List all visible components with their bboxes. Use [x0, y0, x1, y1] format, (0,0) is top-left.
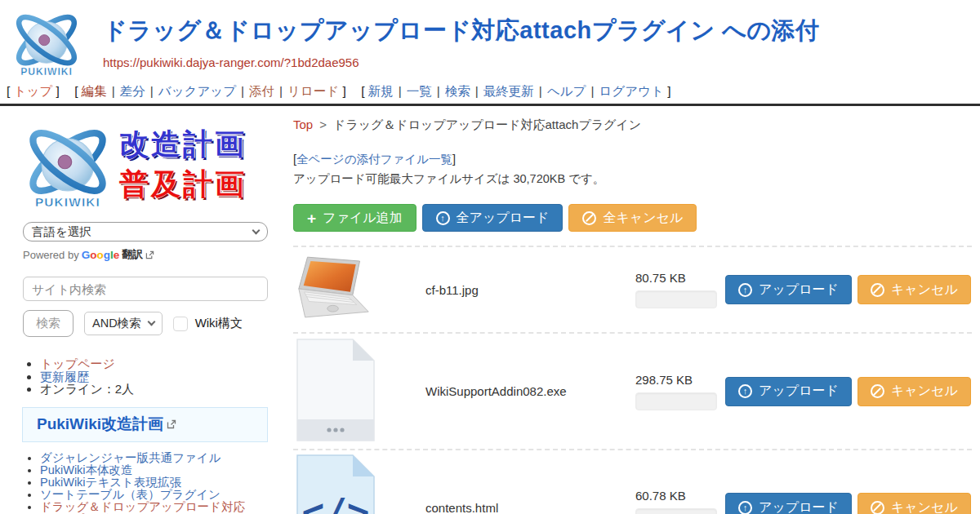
- svg-text:PUKIWIKI: PUKIWIKI: [35, 195, 100, 209]
- online-count: オンライン：2人: [40, 382, 134, 396]
- sidebar-logo: PUKIWIKI 改造計画 普及計画: [20, 119, 268, 210]
- list-item: PukiWiki本体改造: [40, 464, 268, 476]
- upload-button[interactable]: ↑ アップロード: [725, 275, 852, 304]
- quick-links-list: トップページ 更新履歴 オンライン：2人: [40, 357, 268, 396]
- file-row: WikiSupportAddin082.exe 298.75 KB ↑ アップロ…: [293, 332, 972, 449]
- nav-link-attach[interactable]: 添付: [249, 84, 274, 98]
- menu-link-dnd-attach[interactable]: ドラッグ＆ドロップアップロード対応attachプラグイン: [40, 500, 245, 514]
- cancel-button[interactable]: キャンセル: [858, 377, 971, 406]
- chevron-down-icon: [252, 226, 261, 234]
- file-name: cf-b11.jpg: [425, 283, 635, 297]
- nav-link-reload[interactable]: リロード: [287, 84, 339, 98]
- section-title-link[interactable]: PukiWiki改造計画: [37, 414, 163, 435]
- menu-link-sort-table[interactable]: ソートテーブル（表）プラグイン: [40, 488, 220, 501]
- upload-button[interactable]: ↑ アップロード: [725, 377, 852, 406]
- page-url-link[interactable]: https://pukiwiki.dajya-ranger.com/?1bd2d…: [103, 55, 359, 69]
- language-select[interactable]: 言語を選択: [23, 222, 268, 241]
- upload-circle-icon: ↑: [738, 501, 752, 514]
- search-input[interactable]: [23, 277, 268, 301]
- ban-circle-icon: [871, 384, 884, 398]
- cancel-button[interactable]: キャンセル: [858, 493, 971, 514]
- main-content: Top>ドラッグ＆ドロップアップロード対応attachプラグイン [全ページの添…: [282, 106, 980, 514]
- nav-link-logout[interactable]: ログアウト: [599, 84, 664, 98]
- breadcrumb: Top>ドラッグ＆ドロップアップロード対応attachプラグイン: [293, 117, 972, 133]
- external-link-icon: [145, 250, 154, 259]
- nav-link-diff[interactable]: 差分: [120, 84, 145, 98]
- list-item: ダジャレンジャー版共通ファイル: [40, 452, 268, 464]
- quick-link-toppage[interactable]: トップページ: [40, 357, 115, 370]
- page-title: ドラッグ＆ドロップアップロード対応attachプラグイン への添付: [103, 15, 820, 47]
- nav-link-recent[interactable]: 最終更新: [483, 84, 534, 98]
- upload-circle-icon: ↑: [738, 384, 752, 398]
- file-size: 60.78 KB: [635, 489, 725, 503]
- list-item: ソートテーブル（表）プラグイン: [40, 489, 268, 501]
- nav-group-top: [ トップ ]: [7, 84, 60, 98]
- nav-group-page: [ 編集|差分|バックアップ|添付|リロード ]: [74, 84, 346, 98]
- pukiwiki-atom-icon: PUKIWIKI: [20, 119, 116, 210]
- file-size: 298.75 KB: [635, 373, 725, 387]
- file-name: contents.html: [425, 501, 635, 514]
- sidebar-menu-list: ダジャレンジャー版共通ファイル PukiWiki本体改造 PukiWikiテキス…: [40, 452, 268, 514]
- upload-circle-icon: ↑: [738, 283, 752, 297]
- ban-circle-icon: [582, 211, 596, 225]
- upload-button[interactable]: ↑ アップロード: [725, 493, 852, 514]
- file-thumbnail-laptop: [295, 254, 425, 326]
- nav-link-search[interactable]: 検索: [445, 84, 470, 98]
- upload-all-button[interactable]: ↑ 全アップロード: [422, 204, 564, 232]
- external-link-icon: [167, 419, 176, 429]
- nav-link-top[interactable]: トップ: [14, 84, 53, 98]
- search-button[interactable]: 検索: [23, 310, 74, 337]
- upload-progress-bar: [635, 290, 717, 308]
- upload-progress-bar: [635, 508, 717, 514]
- google-logo: Google: [82, 249, 120, 261]
- google-translate-attribution: Powered by Google 翻訳: [23, 247, 268, 262]
- site-header: PUKIWIKI ドラッグ＆ドロップアップロード対応attachプラグイン への…: [0, 0, 980, 78]
- sidebar: PUKIWIKI 改造計画 普及計画 言語を選択 Powered by Goog…: [0, 106, 282, 514]
- attach-file-list-line: [全ページの添付ファイル一覧]: [293, 152, 972, 167]
- nav-link-help[interactable]: ヘルプ: [547, 84, 586, 98]
- nav-link-new[interactable]: 新規: [368, 84, 394, 98]
- top-navigation: [ トップ ] [ 編集|差分|バックアップ|添付|リロード ] [ 新規|一覧…: [0, 78, 980, 104]
- nav-link-backup[interactable]: バックアップ: [158, 84, 236, 98]
- logo-text-kaizo: 改造計画: [119, 125, 247, 165]
- pukiwiki-logo: PUKIWIKI: [8, 7, 85, 78]
- cancel-button[interactable]: キャンセル: [858, 275, 971, 304]
- file-row: cf-b11.jpg 80.75 KB ↑ アップロード キャンセル: [293, 246, 972, 332]
- nav-link-edit[interactable]: 編集: [82, 84, 107, 98]
- upload-toolbar: + ファイル追加 ↑ 全アップロード 全キャンセル: [293, 204, 972, 232]
- nav-group-site: [ 新規|一覧|検索|最終更新|ヘルプ|ログアウト ]: [361, 84, 670, 98]
- menu-link-text-ext[interactable]: PukiWikiテキスト表現拡張: [40, 476, 181, 489]
- list-item: トップページ: [40, 357, 268, 370]
- nav-link-list[interactable]: 一覧: [407, 84, 432, 98]
- wiki-syntax-checkbox[interactable]: [173, 317, 188, 331]
- quick-link-history[interactable]: 更新履歴: [40, 370, 89, 383]
- sidebar-section-header: PukiWiki改造計画: [22, 407, 268, 442]
- add-files-button[interactable]: + ファイル追加: [293, 204, 416, 232]
- search-mode-select[interactable]: AND検索: [84, 312, 163, 335]
- upload-circle-icon: ↑: [436, 211, 450, 225]
- cancel-all-button[interactable]: 全キャンセル: [568, 204, 697, 232]
- list-item: ドラッグ＆ドロップアップロード対応attachプラグイン: [40, 501, 268, 514]
- chevron-down-icon: [147, 318, 155, 326]
- search-controls: 検索 AND検索 Wiki構文: [23, 310, 268, 337]
- file-size: 80.75 KB: [635, 271, 725, 285]
- logo-text-fukyu: 普及計画: [119, 165, 247, 205]
- wiki-syntax-label: Wiki構文: [195, 316, 243, 331]
- all-pages-attach-link[interactable]: 全ページの添付ファイル一覧: [296, 153, 452, 166]
- list-item: オンライン：2人: [40, 383, 268, 396]
- list-item: 更新履歴: [40, 370, 268, 383]
- max-filesize-text: アップロード可能最大ファイルサイズは 30,720KB です。: [293, 171, 972, 187]
- upload-progress-bar: [635, 392, 717, 410]
- menu-link-common-files[interactable]: ダジャレンジャー版共通ファイル: [40, 451, 220, 464]
- list-item: PukiWikiテキスト表現拡張: [40, 476, 268, 489]
- breadcrumb-current: ドラッグ＆ドロップアップロード対応attachプラグイン: [333, 117, 641, 131]
- menu-link-core-mod[interactable]: PukiWiki本体改造: [40, 463, 133, 476]
- ban-circle-icon: [871, 501, 884, 514]
- file-icon-html: </>: [295, 454, 425, 514]
- ban-circle-icon: [871, 283, 884, 297]
- svg-text:</>: </>: [301, 490, 369, 514]
- breadcrumb-home-link[interactable]: Top: [293, 117, 313, 131]
- plus-icon: +: [307, 210, 316, 226]
- file-icon-generic: [295, 338, 425, 445]
- file-name: WikiSupportAddin082.exe: [425, 384, 635, 398]
